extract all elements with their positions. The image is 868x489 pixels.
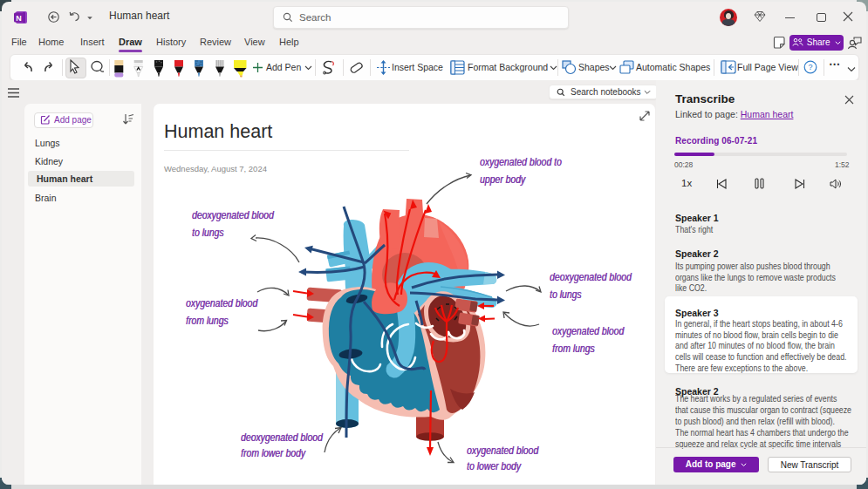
svg-text:?: ?	[808, 63, 812, 71]
svg-text:N: N	[16, 14, 22, 23]
